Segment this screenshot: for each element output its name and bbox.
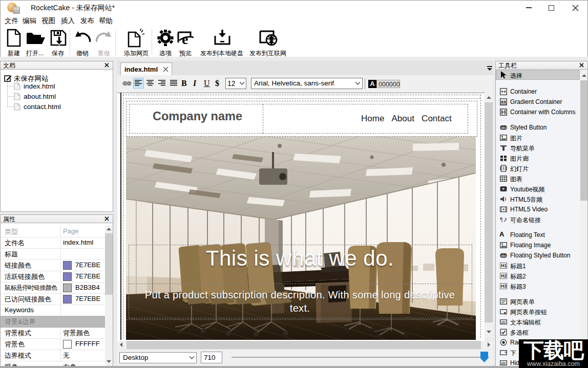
svg-text:H2: H2 — [501, 273, 507, 278]
svg-text:¶: ¶ — [500, 217, 503, 223]
svg-text:abl: abl — [501, 320, 506, 324]
svg-text:H1: H1 — [501, 263, 507, 268]
svg-text:abc: abc — [501, 126, 507, 129]
svg-text:abl: abl — [501, 361, 506, 365]
svg-text:abc: abc — [501, 254, 507, 257]
svg-text:H3: H3 — [501, 284, 507, 289]
